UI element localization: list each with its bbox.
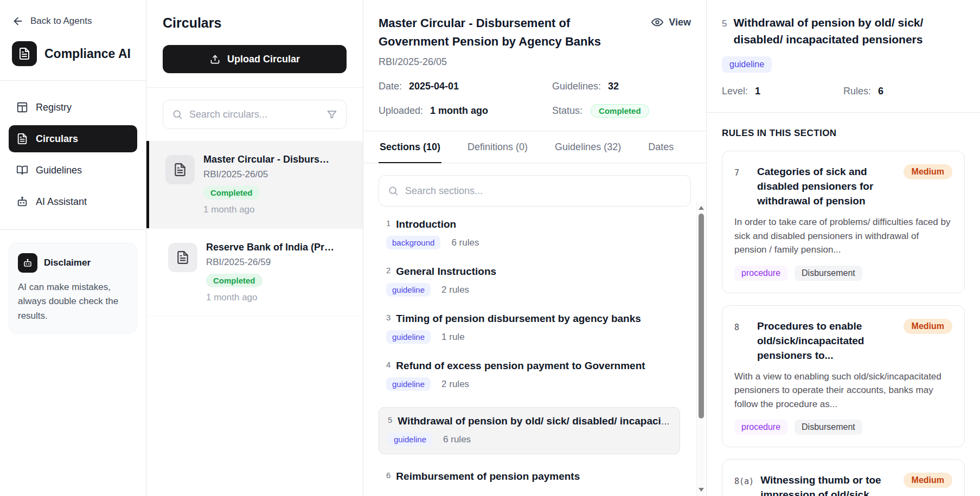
- document-title: Master Circular - Disbursement of Govern…: [379, 14, 633, 51]
- rules-value: 6: [878, 86, 883, 96]
- sections-list: 1Introduction background 6 rules 2Genera…: [363, 218, 706, 496]
- rules-label: Rules:: [843, 86, 871, 96]
- rule-card[interactable]: 8(a) Witnessing thumb or toe impression …: [722, 459, 965, 496]
- section-number: 5: [722, 18, 727, 48]
- circular-uploaded-time: 1 month ago: [203, 204, 334, 215]
- circulars-panel: Circulars Upload Circular Master Circula…: [146, 0, 363, 496]
- tab-dates[interactable]: Dates: [647, 131, 675, 163]
- section-number: 1: [386, 218, 390, 228]
- rule-title: Categories of sick and disabled pensione…: [751, 164, 904, 208]
- divider: [707, 112, 980, 113]
- circular-title: Reserve Bank of India (Project ...: [206, 242, 336, 253]
- back-to-agents-link[interactable]: Back to Agents: [12, 15, 134, 27]
- section-tag-badge: guideline: [388, 433, 432, 446]
- bot-icon: [18, 253, 37, 273]
- section-list-item[interactable]: 6Reimbursement of pension payments: [379, 471, 681, 482]
- section-list-item[interactable]: 3Timing of pension disbursement by agenc…: [379, 313, 681, 344]
- divider: [0, 229, 146, 230]
- section-tag-badge: guideline: [386, 330, 431, 344]
- scrollbar-thumb[interactable]: [699, 214, 704, 418]
- circular-list-item[interactable]: Reserve Bank of India (Project ... RBI/2…: [146, 229, 363, 317]
- section-list-item-selected[interactable]: 5Withdrawal of pension by old/ sick/ dis…: [379, 407, 680, 454]
- arrow-left-icon: [12, 15, 24, 27]
- disclaimer-card: Disclaimer AI can make mistakes, always …: [9, 243, 137, 333]
- document-reference: RBI/2025-26/05: [379, 56, 691, 68]
- section-rules-count: 6 rules: [443, 434, 471, 445]
- severity-badge: Medium: [904, 473, 952, 488]
- section-tag-badge: guideline: [386, 283, 431, 297]
- severity-badge: Medium: [904, 319, 952, 334]
- section-list-item[interactable]: 2General Instructions guideline 2 rules: [379, 266, 681, 297]
- date-value: 2025-04-01: [409, 81, 459, 92]
- circular-reference: RBI/2025-26/05: [203, 169, 334, 180]
- rule-number: 8(a): [734, 476, 754, 486]
- upload-icon: [209, 54, 221, 65]
- rule-tag-badge: procedure: [734, 266, 787, 281]
- section-tag-badge: background: [386, 236, 440, 249]
- section-rules-count: 1 rule: [441, 332, 465, 343]
- disclaimer-title: Disclaimer: [44, 257, 91, 268]
- scroll-up-arrow-icon[interactable]: [699, 206, 704, 210]
- back-to-agents-label: Back to Agents: [30, 16, 92, 27]
- circulars-list: Master Circular - Disburseme... RBI/2025…: [146, 141, 363, 317]
- file-text-icon: [16, 133, 28, 145]
- section-rules-count: 6 rules: [451, 237, 479, 248]
- circular-list-item[interactable]: Master Circular - Disburseme... RBI/2025…: [146, 141, 363, 229]
- rule-title: Witnessing thumb or toe impression of ol…: [754, 473, 903, 496]
- sidebar-item-label: Circulars: [36, 133, 78, 145]
- section-tag-badge: guideline: [386, 377, 431, 391]
- document-tabs: Sections (10) Definitions (0) Guidelines…: [363, 131, 706, 163]
- sections-scrollbar[interactable]: [696, 202, 705, 496]
- level-value: 1: [755, 86, 760, 96]
- scroll-down-arrow-icon[interactable]: [699, 488, 704, 492]
- sections-search: [379, 175, 691, 207]
- sidebar-item-guidelines[interactable]: Guidelines: [9, 157, 137, 184]
- section-title: Reimbursement of pension payments: [396, 471, 580, 482]
- sidebar-item-label: Guidelines: [36, 165, 82, 176]
- section-rules-count: 2 rules: [441, 285, 469, 295]
- sidebar-item-label: AI Assistant: [36, 196, 87, 208]
- rule-tag-badge: procedure: [734, 420, 787, 435]
- circulars-panel-title: Circulars: [163, 15, 347, 31]
- sidebar-item-ai-assistant[interactable]: AI Assistant: [9, 188, 137, 215]
- circulars-search: [163, 100, 347, 129]
- search-icon: [172, 109, 183, 120]
- rule-number: 8: [734, 323, 751, 332]
- section-number: 6: [386, 471, 390, 480]
- rule-card[interactable]: 7 Categories of sick and disabled pensio…: [722, 151, 965, 293]
- guidelines-label: Guidelines:: [552, 81, 601, 92]
- sections-search-input[interactable]: [405, 185, 682, 197]
- eye-icon: [651, 16, 663, 28]
- document-meta: Date: 2025-04-01 Guidelines: 32 Uploaded…: [379, 81, 691, 118]
- section-number: 2: [386, 266, 390, 275]
- tab-sections[interactable]: Sections (10): [379, 131, 441, 163]
- circular-title: Master Circular - Disburseme...: [203, 154, 334, 165]
- tab-guidelines[interactable]: Guidelines (32): [554, 131, 622, 163]
- status-badge: Completed: [206, 274, 262, 287]
- guidelines-count: 32: [608, 81, 619, 92]
- section-title: Refund of excess pension payment to Gove…: [396, 360, 645, 371]
- view-button[interactable]: View: [651, 16, 691, 28]
- section-number: 3: [386, 313, 390, 322]
- section-title: Timing of pension disbursement by agency…: [396, 313, 641, 324]
- compliance-ai-logo-icon: [12, 41, 37, 66]
- section-list-item[interactable]: 4Refund of excess pension payment to Gov…: [379, 360, 681, 391]
- section-title: Introduction: [396, 218, 456, 230]
- upload-circular-button[interactable]: Upload Circular: [163, 45, 347, 73]
- rule-tag-badge: Disbursement: [795, 420, 862, 435]
- circulars-search-input[interactable]: [189, 109, 320, 120]
- section-list-item[interactable]: 1Introduction background 6 rules: [379, 218, 681, 249]
- rule-description: In order to take care of problems/ diffi…: [734, 215, 952, 257]
- status-badge: Completed: [203, 186, 260, 199]
- tab-definitions[interactable]: Definitions (0): [466, 131, 529, 163]
- severity-badge: Medium: [904, 164, 952, 179]
- rule-number: 7: [734, 168, 751, 178]
- book-open-icon: [16, 164, 28, 176]
- sidebar-item-circulars[interactable]: Circulars: [9, 125, 137, 152]
- filter-icon[interactable]: [326, 109, 337, 120]
- brand: Compliance AI: [12, 41, 134, 66]
- status-badge: Completed: [591, 104, 649, 118]
- document-panel: Master Circular - Disbursement of Govern…: [363, 0, 707, 496]
- sidebar-item-registry[interactable]: Registry: [9, 94, 137, 121]
- rule-card[interactable]: 8 Procedures to enable old/sick/incapaci…: [722, 305, 965, 448]
